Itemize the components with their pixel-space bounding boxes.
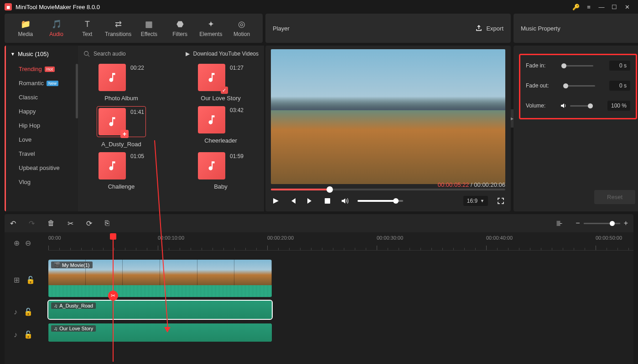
lock-icon[interactable]: 🔓	[24, 330, 33, 339]
category-hip-hop[interactable]: Hip Hop	[6, 118, 78, 133]
volume-button[interactable]	[340, 196, 349, 205]
download-youtube-link[interactable]: ▶ Download YouTube Videos	[186, 51, 259, 57]
zoom-slider[interactable]	[584, 223, 620, 224]
close-button[interactable]: ✕	[621, 2, 633, 11]
play-button[interactable]	[271, 196, 280, 205]
minimize-button[interactable]: —	[595, 2, 608, 11]
audio-clip-1[interactable]: ♫A_Dusty_Road	[48, 301, 272, 319]
tab-transitions[interactable]: ⇄Transitions	[103, 19, 134, 37]
annotation-arrow-head	[164, 327, 171, 333]
tab-text[interactable]: TText	[72, 20, 103, 37]
music-category-header[interactable]: ▼ Music (105)	[6, 46, 78, 62]
music-thumb-icon: +	[99, 108, 126, 135]
category-happy[interactable]: Happy	[6, 104, 78, 118]
music-thumb-icon	[198, 106, 225, 133]
cut-badge-icon: ✂	[108, 291, 118, 301]
lock-icon[interactable]: 🔓	[24, 308, 33, 316]
audio-item-challenge[interactable]: 01:05Challenge	[85, 152, 157, 190]
reset-button[interactable]: Reset	[594, 190, 635, 204]
lock-icon[interactable]: 🔓	[26, 276, 35, 284]
category-trending[interactable]: TrendingHot	[6, 62, 78, 76]
video-preview	[271, 49, 505, 184]
delete-button[interactable]: 🗑	[47, 219, 55, 227]
category-vlog[interactable]: Vlog	[6, 175, 78, 189]
player-label: Player	[273, 25, 290, 32]
audio-item-our-love-story[interactable]: ✓01:27Our Love Story	[185, 64, 257, 102]
music-thumb-icon	[99, 64, 126, 91]
fade-in-slider[interactable]	[561, 65, 593, 67]
crop-button[interactable]: ⎘	[105, 219, 109, 227]
fade-out-value[interactable]: 0 s	[609, 81, 630, 91]
tab-audio[interactable]: 🎵Audio	[41, 19, 72, 37]
next-button[interactable]	[306, 196, 315, 205]
fade-in-value[interactable]: 0 s	[609, 61, 630, 71]
ruler-label: 00:00:50:00	[596, 235, 622, 241]
video-clip[interactable]: 🎬My Movie(1)	[48, 260, 272, 297]
caret-down-icon: ▼	[10, 51, 15, 56]
chevron-down-icon: ▼	[480, 199, 484, 203]
zoom-out-button[interactable]: −	[576, 219, 580, 227]
ruler-label: 00:00:40:00	[486, 235, 513, 241]
volume-prop-slider[interactable]	[570, 105, 593, 107]
search-icon	[83, 51, 90, 57]
video-track-icon: ⊞	[14, 276, 20, 284]
add-track-button[interactable]: ⊕	[14, 239, 20, 247]
current-time: 00:00:05:22	[438, 181, 469, 188]
speed-button[interactable]: ⟳	[86, 219, 92, 228]
stop-button[interactable]	[323, 196, 332, 205]
player-seek-slider[interactable]	[271, 189, 505, 190]
category-romantic[interactable]: RomanticNew	[6, 76, 78, 90]
add-to-timeline-button[interactable]: +	[120, 130, 129, 138]
aspect-ratio-select[interactable]: 16:9▼	[463, 196, 488, 206]
youtube-icon: ▶	[186, 51, 190, 57]
tab-media[interactable]: 📁Media	[10, 19, 41, 37]
category-classic[interactable]: Classic	[6, 90, 78, 104]
ruler-label: 00:00:30:00	[377, 235, 403, 241]
maximize-button[interactable]: ☐	[608, 2, 621, 11]
category-upbeat-positive[interactable]: Upbeat positive	[6, 161, 78, 175]
zoom-in-button[interactable]: +	[624, 219, 628, 227]
fit-button[interactable]: ⊪	[556, 219, 563, 228]
audio-item-a-dusty-road[interactable]: +01:41A_Dusty_Road	[85, 106, 157, 148]
total-time: 00:00:20:06	[474, 181, 505, 188]
ruler-label: 00:00	[48, 235, 61, 241]
search-input[interactable]: Search audio	[83, 51, 126, 57]
audio-track-icon: ♪	[14, 331, 17, 339]
export-icon	[475, 25, 482, 32]
fullscreen-button[interactable]	[496, 196, 505, 205]
audio-item-baby[interactable]: 01:59Baby	[185, 152, 257, 190]
fade-out-slider[interactable]	[563, 85, 595, 87]
tab-effects[interactable]: ▦Effects	[134, 19, 165, 37]
svg-rect-1	[325, 198, 330, 204]
music-icon: ♫	[54, 326, 57, 331]
speaker-icon	[560, 102, 567, 109]
undo-button[interactable]: ↶	[10, 219, 16, 228]
remove-track-button[interactable]: ⊖	[25, 239, 31, 247]
ruler-label: 00:00:20:00	[267, 235, 294, 241]
export-button[interactable]: Export	[475, 25, 503, 32]
tab-motion[interactable]: ◎Motion	[226, 19, 257, 37]
volume-label: Volume:	[526, 103, 545, 109]
fade-out-label: Fade out:	[526, 82, 549, 89]
split-button[interactable]: ✂	[67, 219, 73, 228]
menu-icon[interactable]: ≡	[582, 2, 595, 11]
volume-slider[interactable]	[358, 200, 403, 202]
music-property-panel: Fade in: 0 s Fade out: 0 s Volume: 100 %	[519, 54, 637, 119]
prev-button[interactable]	[288, 196, 297, 205]
audio-item-photo-album[interactable]: 00:22Photo Album	[85, 64, 157, 102]
main-tabs: 📁Media 🎵Audio TText ⇄Transitions ▦Effect…	[5, 14, 263, 43]
svg-point-0	[84, 51, 88, 56]
redo-button[interactable]: ↷	[29, 219, 35, 228]
audio-item-cheerleader[interactable]: 03:42Cheerleader	[185, 106, 257, 148]
category-travel[interactable]: Travel	[6, 147, 78, 161]
tab-filters[interactable]: ⬣Filters	[165, 19, 196, 37]
collapse-panel-button[interactable]: ▶	[511, 109, 514, 128]
music-thumb-icon	[99, 152, 126, 179]
tab-elements[interactable]: ✦Elements	[196, 19, 227, 37]
key-icon[interactable]: 🔑	[570, 2, 582, 11]
category-love[interactable]: Love	[6, 133, 78, 147]
audio-clip-2[interactable]: ♫Our Love Story	[48, 323, 272, 342]
volume-value[interactable]: 100 %	[607, 101, 630, 111]
app-title: MiniTool MovieMaker Free 8.0.0	[16, 4, 100, 10]
music-thumb-icon	[198, 152, 225, 179]
